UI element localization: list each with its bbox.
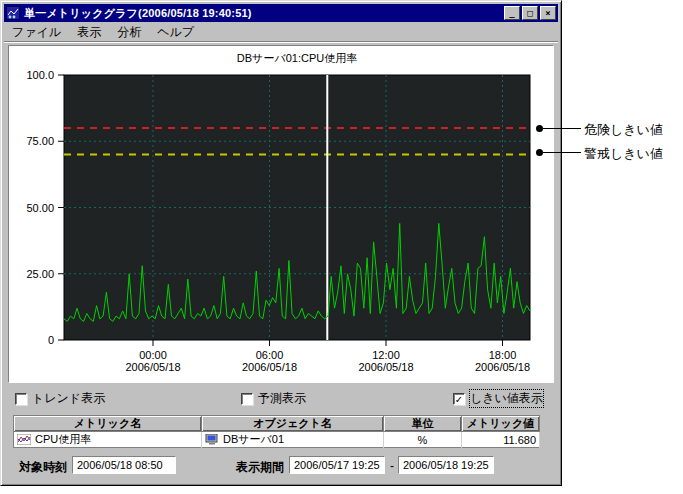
x-tick-time-label: 18:00 <box>489 349 517 361</box>
trend-checkbox-label: トレンド表示 <box>32 390 105 407</box>
y-tick-label: 100.0 <box>26 69 54 81</box>
callout-bullet <box>536 149 543 156</box>
callout-bullet <box>536 125 543 132</box>
forecast-checkbox[interactable] <box>241 393 253 405</box>
chart-title: DBサーバ01:CPU使用率 <box>237 52 357 64</box>
metric-table: メトリック名 オブジェクト名 単位 メトリック値 CPU使用率 <box>13 415 540 448</box>
x-tick-time-label: 12:00 <box>372 349 400 361</box>
close-button[interactable]: × <box>540 6 556 20</box>
header-object-name[interactable]: オブジェクト名 <box>202 416 384 432</box>
minimize-button[interactable]: _ <box>504 6 520 20</box>
maximize-button[interactable]: □ <box>522 6 538 20</box>
header-metric-name[interactable]: メトリック名 <box>14 416 202 432</box>
x-tick-date-label: 2006/05/18 <box>125 361 180 373</box>
callout-leader-line <box>543 152 581 153</box>
menu-file[interactable]: ファイル <box>4 23 69 42</box>
options-row: トレンド表示 予測表示 ✓ しきい値表示 <box>8 390 554 406</box>
x-tick-time-label: 00:00 <box>139 349 167 361</box>
y-tick-label: 25.00 <box>26 268 54 280</box>
trend-checkbox-group[interactable]: トレンド表示 <box>15 390 105 407</box>
footer: 対象時刻 2006/05/18 08:50 表示期間 2006/05/17 19… <box>8 456 554 476</box>
target-time-field[interactable]: 2006/05/18 08:50 <box>72 456 176 474</box>
callout-leader-line <box>543 128 581 129</box>
cell-unit: % <box>384 432 462 448</box>
menu-view[interactable]: 表示 <box>69 23 109 42</box>
trend-checkbox[interactable] <box>15 393 27 405</box>
menu-analysis[interactable]: 分析 <box>109 23 149 42</box>
header-unit[interactable]: 単位 <box>384 416 462 432</box>
x-tick-time-label: 06:00 <box>256 349 284 361</box>
x-tick-date-label: 2006/05/18 <box>475 361 530 373</box>
window-title: 単一メトリックグラフ(2006/05/18 19:40:51) <box>24 6 502 21</box>
target-time-label: 対象時刻 <box>19 459 67 476</box>
y-tick-label: 75.00 <box>26 135 54 147</box>
x-tick-date-label: 2006/05/18 <box>242 361 297 373</box>
period-separator: - <box>390 459 394 473</box>
period-start-field[interactable]: 2006/05/17 19:25 <box>289 456 385 474</box>
cell-object-name: DBサーバ01 <box>223 432 284 447</box>
header-metric-value[interactable]: メトリック値 <box>462 416 540 432</box>
app-icon <box>6 6 20 20</box>
titlebar[interactable]: 単一メトリックグラフ(2006/05/18 19:40:51) _ □ × <box>4 4 558 22</box>
metric-chart-icon <box>17 434 31 445</box>
threshold-checkbox-group[interactable]: ✓ しきい値表示 <box>453 390 543 407</box>
table-row[interactable]: CPU使用率 DBサーバ01 % 11.680 <box>14 432 540 448</box>
menubar: ファイル 表示 分析 ヘルプ <box>4 24 558 42</box>
period-end-field[interactable]: 2006/05/18 19:25 <box>398 456 494 474</box>
threshold-checkbox-label: しきい値表示 <box>470 390 543 407</box>
menu-help[interactable]: ヘルプ <box>149 23 202 42</box>
threshold-checkbox[interactable]: ✓ <box>453 393 465 405</box>
forecast-checkbox-label: 予測表示 <box>258 390 306 407</box>
y-tick-label: 50.00 <box>26 202 54 214</box>
forecast-checkbox-group[interactable]: 予測表示 <box>241 390 306 407</box>
display-period-label: 表示期間 <box>236 459 284 476</box>
warning-threshold-label: 警戒しきい値 <box>584 145 663 163</box>
danger-threshold-label: 危険しきい値 <box>584 121 663 139</box>
chart-panel: DBサーバ01:CPU使用率100.075.0050.0025.00000:00… <box>8 45 554 383</box>
table-header-row: メトリック名 オブジェクト名 単位 メトリック値 <box>14 416 540 432</box>
object-computer-icon <box>205 434 219 445</box>
metric-graph-window: 単一メトリックグラフ(2006/05/18 19:40:51) _ □ × ファ… <box>0 0 562 486</box>
cell-metric-value: 11.680 <box>462 432 540 448</box>
y-tick-label: 0 <box>48 334 54 346</box>
x-tick-date-label: 2006/05/18 <box>358 361 413 373</box>
cell-metric-name: CPU使用率 <box>35 432 91 447</box>
metric-chart: DBサーバ01:CPU使用率100.075.0050.0025.00000:00… <box>9 46 553 382</box>
